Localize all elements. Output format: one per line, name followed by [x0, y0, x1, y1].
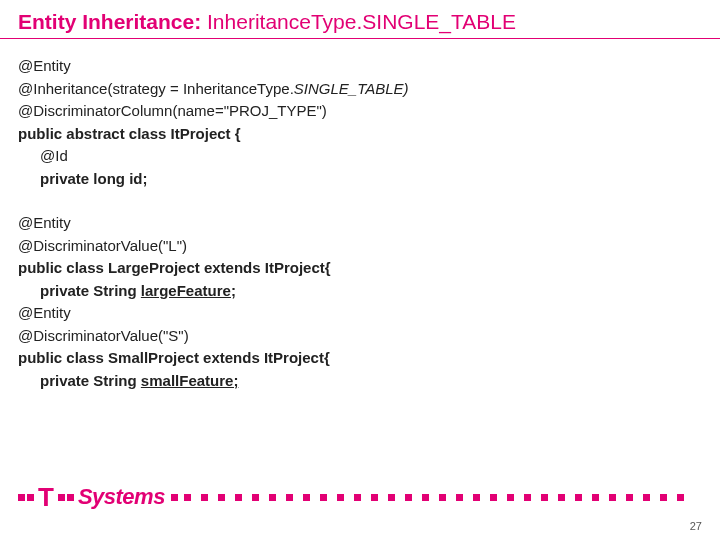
page-number: 27: [690, 520, 702, 532]
dot-icon: [541, 494, 548, 501]
code-line: private long id;: [18, 168, 702, 191]
dot-icon: [456, 494, 463, 501]
code-line: @DiscriminatorColumn(name="PROJ_TYPE"): [18, 100, 702, 123]
title-prefix: Entity Inheritance:: [18, 10, 207, 33]
dot-icon: [337, 494, 344, 501]
code-line: @DiscriminatorValue("S"): [18, 325, 702, 348]
dot-icon: [490, 494, 497, 501]
dot-icon: [626, 494, 633, 501]
dot-icon: [592, 494, 599, 501]
logo-square-icon: [58, 494, 65, 501]
dot-icon: [320, 494, 327, 501]
dot-icon: [286, 494, 293, 501]
dot-icon: [660, 494, 667, 501]
dot-icon: [235, 494, 242, 501]
dot-icon: [422, 494, 429, 501]
slide-title-bar: Entity Inheritance: InheritanceType.SING…: [0, 0, 720, 39]
dot-icon: [609, 494, 616, 501]
dot-icon: [507, 494, 514, 501]
code-line: @Entity: [18, 55, 702, 78]
dot-icon: [677, 494, 684, 501]
code-line: private String largeFeature;: [18, 280, 702, 303]
dot-icon: [388, 494, 395, 501]
code-line: public class SmallProject extends ItProj…: [18, 347, 702, 370]
dot-icon: [405, 494, 412, 501]
dot-icon: [439, 494, 446, 501]
code-block: @Entity @Inheritance(strategy = Inherita…: [0, 39, 720, 392]
code-line: public class LargeProject extends ItProj…: [18, 257, 702, 280]
dot-icon: [269, 494, 276, 501]
code-line: @DiscriminatorValue("L"): [18, 235, 702, 258]
dot-icon: [575, 494, 582, 501]
dot-icon: [201, 494, 208, 501]
dot-icon: [218, 494, 225, 501]
code-line: private String smallFeature;: [18, 370, 702, 393]
code-line: @Entity: [18, 212, 702, 235]
blank-line: [18, 190, 702, 212]
t-systems-logo: T Systems: [18, 484, 178, 510]
code-line: public abstract class ItProject {: [18, 123, 702, 146]
logo-square-icon: [67, 494, 74, 501]
logo-t: T: [36, 484, 56, 510]
dot-icon: [524, 494, 531, 501]
dot-icon: [643, 494, 650, 501]
logo-square-icon: [27, 494, 34, 501]
code-line: @Inheritance(strategy = InheritanceType.…: [18, 78, 702, 101]
logo-square-icon: [171, 494, 178, 501]
logo-square-icon: [18, 494, 25, 501]
title-suffix: InheritanceType.SINGLE_TABLE: [207, 10, 516, 33]
dot-icon: [303, 494, 310, 501]
code-line: @Id: [18, 145, 702, 168]
dot-icon: [473, 494, 480, 501]
footer-dots: [184, 494, 702, 501]
logo-systems: Systems: [76, 484, 169, 510]
dot-icon: [354, 494, 361, 501]
dot-icon: [371, 494, 378, 501]
code-line: @Entity: [18, 302, 702, 325]
dot-icon: [558, 494, 565, 501]
dot-icon: [184, 494, 191, 501]
footer: T Systems: [0, 484, 720, 510]
dot-icon: [252, 494, 259, 501]
